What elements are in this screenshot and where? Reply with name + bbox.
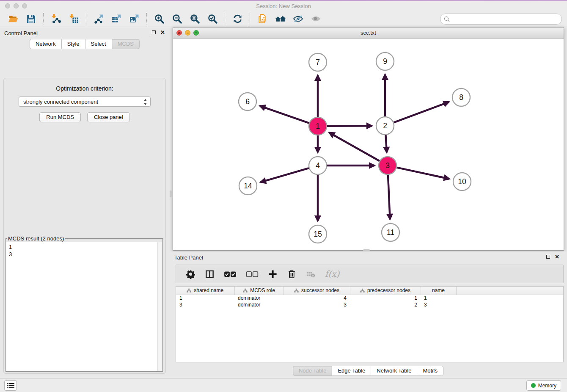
toggle-column-panel-icon[interactable] <box>205 269 215 279</box>
search-input[interactable] <box>440 14 562 25</box>
optimization-dropdown-value: strongly connected component <box>23 99 98 105</box>
table-tab-edge-table[interactable]: Edge Table <box>332 366 371 376</box>
table-row[interactable]: 1dominator411 <box>176 295 563 301</box>
close-panel-icon[interactable]: ✕ <box>160 30 165 35</box>
graph-edge-2-3[interactable] <box>385 135 387 152</box>
control-panel-tabs: NetworkStyleSelectMCDS <box>0 39 169 49</box>
tab-select[interactable]: Select <box>85 39 112 49</box>
delete-column-icon[interactable] <box>287 269 297 279</box>
cell-name[interactable]: 1 <box>421 295 456 301</box>
export-network-icon[interactable] <box>93 14 104 25</box>
table-panel-title: Table Panel <box>174 254 203 261</box>
column-header-MCDS-role[interactable]: MCDS role <box>234 287 284 295</box>
cell-predecessor-nodes[interactable]: 1 <box>350 295 421 301</box>
graph-edge-1-6[interactable] <box>260 106 309 123</box>
tab-network[interactable]: Network <box>30 39 62 49</box>
zoom-fit-icon[interactable] <box>189 14 200 25</box>
mcds-result-text: 1 3 <box>6 242 162 259</box>
graph-edge-2-8[interactable] <box>394 102 449 123</box>
column-header-shared-name[interactable]: shared name <box>176 287 234 295</box>
hide-selected-icon[interactable] <box>292 14 303 25</box>
dropdown-stepper-icon <box>143 99 147 105</box>
select-all-columns-icon[interactable] <box>224 269 237 279</box>
export-table-icon[interactable] <box>111 14 122 25</box>
optimization-dropdown[interactable]: strongly connected component <box>19 97 151 107</box>
graph-node-label-14: 14 <box>244 182 252 190</box>
float-panel-icon[interactable] <box>152 30 156 34</box>
node-table[interactable]: shared nameMCDS rolesuccessor nodesprede… <box>176 286 564 362</box>
table-row[interactable]: 3dominator323 <box>176 301 563 308</box>
horizontal-splitter-handle[interactable] <box>363 249 370 251</box>
graph-edge-1-2[interactable] <box>327 126 372 126</box>
graph-node-label-10: 10 <box>458 177 466 186</box>
sort-hierarchy-icon <box>360 288 365 293</box>
tab-mcds[interactable]: MCDS <box>112 39 140 49</box>
table-panel: Table Panel ✕ f(x) shared nameMCDS roles… <box>169 251 567 377</box>
graph-edge-3-1[interactable] <box>329 133 380 161</box>
mcds-result-area[interactable]: 1 3 <box>6 242 162 371</box>
table-tab-node-table[interactable]: Node Table <box>293 366 333 376</box>
run-mcds-button[interactable]: Run MCDS <box>39 112 81 122</box>
graph-edge-3-10[interactable] <box>397 168 449 179</box>
table-toolbar: f(x) <box>176 265 564 283</box>
column-header-predecessor-nodes[interactable]: predecessor nodes <box>350 287 421 295</box>
graph-node-label-4: 4 <box>316 161 320 170</box>
task-history-button[interactable] <box>4 380 17 391</box>
graph-node-label-3: 3 <box>385 161 390 170</box>
column-header-successor-nodes[interactable]: successor nodes <box>284 287 350 295</box>
main-toolbar <box>0 11 567 27</box>
cell-successor-nodes[interactable]: 3 <box>284 301 350 308</box>
search-icon <box>444 16 450 22</box>
deselect-all-columns-icon[interactable] <box>246 269 259 279</box>
open-session-icon[interactable] <box>8 14 19 25</box>
import-network-icon[interactable] <box>50 14 61 25</box>
column-header-filler <box>456 287 563 295</box>
cell-MCDS-role[interactable]: dominator <box>234 301 284 308</box>
graph-edge-3-11[interactable] <box>388 175 390 219</box>
close-table-panel-icon[interactable]: ✕ <box>555 254 559 259</box>
status-bar: Memory <box>0 378 567 392</box>
graph-node-label-15: 15 <box>314 230 322 238</box>
tab-style[interactable]: Style <box>62 39 85 49</box>
save-session-icon[interactable] <box>25 14 36 25</box>
network-canvas[interactable]: 7968124314101511 <box>173 39 564 250</box>
sort-hierarchy-icon <box>187 288 191 293</box>
cell-predecessor-nodes[interactable]: 2 <box>350 301 421 308</box>
network-window-titlebar[interactable]: ✕ − + scc.txt <box>173 28 564 39</box>
cell-shared-name[interactable]: 1 <box>176 295 234 301</box>
zoom-in-icon[interactable] <box>154 14 165 25</box>
refresh-layout-icon[interactable] <box>232 14 243 25</box>
create-column-icon[interactable] <box>268 269 278 279</box>
import-table-icon[interactable] <box>68 14 79 25</box>
result-scrollbar[interactable] <box>157 242 162 371</box>
optimization-criterion-label: Optimization criterion: <box>4 85 165 92</box>
close-panel-button[interactable]: Close panel <box>87 112 130 122</box>
zoom-out-icon[interactable] <box>171 14 182 25</box>
float-table-panel-icon[interactable] <box>546 255 550 259</box>
network-graph[interactable]: 7968124314101511 <box>173 39 564 250</box>
cell-filler <box>456 295 563 301</box>
export-image-icon[interactable] <box>129 14 140 25</box>
column-header-name[interactable]: name <box>421 287 456 295</box>
column-header-label: name <box>432 287 445 293</box>
mcds-result-legend: MCDS result (2 nodes) <box>7 235 65 242</box>
first-neighbors-icon[interactable] <box>275 14 286 25</box>
app-titlebar: Session: New Session <box>0 1 567 11</box>
table-tab-network-table[interactable]: Network Table <box>371 366 417 376</box>
cell-filler <box>456 301 563 308</box>
graph-edge-4-14[interactable] <box>261 168 309 182</box>
cell-MCDS-role[interactable]: dominator <box>234 295 284 301</box>
show-all-icon <box>310 14 321 25</box>
cell-name[interactable]: 3 <box>421 301 456 308</box>
cell-shared-name[interactable]: 3 <box>176 301 234 308</box>
toolbar-separator <box>250 13 250 25</box>
zoom-selected-icon[interactable] <box>207 14 218 25</box>
table-tab-motifs[interactable]: Motifs <box>417 366 443 376</box>
table-settings-icon[interactable] <box>186 269 195 279</box>
vertical-splitter-handle[interactable] <box>170 190 172 197</box>
memory-button[interactable]: Memory <box>526 380 561 391</box>
toolbar-separator <box>43 13 44 25</box>
toolbar-separator <box>225 13 225 25</box>
new-network-from-selection-icon[interactable] <box>257 14 268 25</box>
cell-successor-nodes[interactable]: 4 <box>284 295 350 301</box>
